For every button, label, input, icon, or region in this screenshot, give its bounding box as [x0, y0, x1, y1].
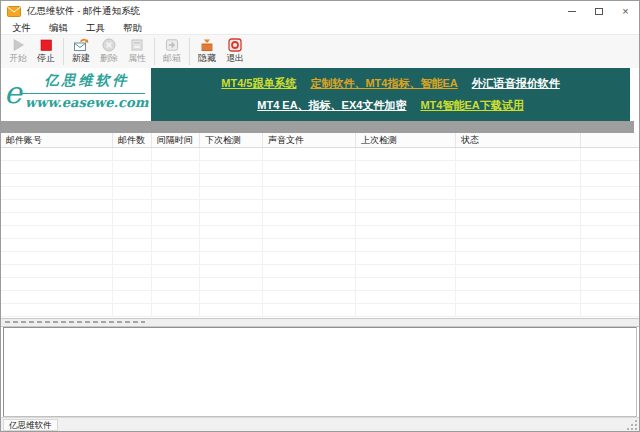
new-button[interactable]: 新建	[67, 37, 95, 68]
table-cell	[581, 226, 639, 239]
table-cell	[200, 278, 263, 291]
close-button[interactable]: ×	[612, 1, 639, 21]
table-cell	[152, 161, 200, 174]
table-cell	[581, 213, 639, 226]
table-cell	[581, 278, 639, 291]
banner-link-custom-software[interactable]: 定制软件、MT4指标、智能EA	[310, 76, 457, 91]
hide-icon	[199, 37, 215, 53]
mailbox-button[interactable]: 邮箱	[158, 37, 186, 68]
table-row[interactable]	[1, 148, 639, 161]
menu-file[interactable]: 文件	[3, 21, 40, 34]
logo-script-e-icon: e	[4, 78, 22, 108]
table-cell	[356, 278, 456, 291]
table-cell	[113, 161, 152, 174]
properties-button[interactable]: 属性	[123, 37, 151, 68]
hide-button[interactable]: 隐藏	[193, 37, 221, 68]
table-cell	[1, 304, 113, 317]
column-header-上次检测[interactable]: 上次检测	[356, 133, 456, 147]
table-cell	[152, 291, 200, 304]
table-cell	[263, 265, 356, 278]
table-cell	[263, 200, 356, 213]
table-cell	[456, 148, 581, 161]
table-cell	[456, 278, 581, 291]
table-cell	[1, 265, 113, 278]
table-cell	[356, 239, 456, 252]
table-cell	[152, 200, 200, 213]
log-panel[interactable]	[3, 327, 637, 417]
table-row[interactable]	[1, 226, 639, 239]
minimize-icon	[568, 11, 576, 12]
column-header-状态[interactable]: 状态	[456, 133, 581, 147]
table-cell	[113, 239, 152, 252]
column-header-blank[interactable]	[581, 133, 639, 147]
start-button[interactable]: 开始	[4, 37, 32, 68]
minimize-button[interactable]	[558, 1, 585, 21]
banner: e 亿思维软件 www.easewe.com MT4/5跟单系统 定制软件、MT…	[1, 68, 639, 121]
table-row[interactable]	[1, 265, 639, 278]
stop-button[interactable]: 停止	[32, 37, 60, 68]
table-cell	[263, 239, 356, 252]
table-cell	[356, 252, 456, 265]
banner-link-forex-voice-quote[interactable]: 外汇语音报价软件	[472, 76, 560, 91]
table-cell	[1, 187, 113, 200]
table-cell	[356, 174, 456, 187]
table-cell	[1, 226, 113, 239]
table-cell	[113, 187, 152, 200]
delete-button[interactable]: 删除	[95, 37, 123, 68]
table-row[interactable]	[1, 291, 639, 304]
brand-logo: e 亿思维软件 www.easewe.com	[1, 68, 151, 121]
table-cell	[200, 187, 263, 200]
column-header-邮件数[interactable]: 邮件数	[113, 133, 152, 147]
table-cell	[113, 304, 152, 317]
table-row[interactable]	[1, 200, 639, 213]
menu-tools[interactable]: 工具	[77, 21, 114, 34]
table-row[interactable]	[1, 239, 639, 252]
table-cell	[1, 252, 113, 265]
exit-icon	[227, 37, 243, 53]
menu-edit[interactable]: 编辑	[40, 21, 77, 34]
table-row[interactable]	[1, 174, 639, 187]
table-cell	[356, 291, 456, 304]
banner-link-mt45-copy-system[interactable]: MT4/5跟单系统	[221, 76, 296, 91]
table-cell	[581, 161, 639, 174]
table-cell	[113, 200, 152, 213]
banner-link-ea-trial-download[interactable]: MT4智能EA下载试用	[420, 98, 523, 113]
table-row[interactable]	[1, 161, 639, 174]
table-cell	[263, 161, 356, 174]
table-cell	[152, 226, 200, 239]
table-cell	[263, 278, 356, 291]
resize-grip-icon[interactable]	[627, 420, 637, 430]
toolbar-separator	[63, 38, 64, 65]
column-header-声音文件[interactable]: 声音文件	[263, 133, 356, 147]
table-cell	[456, 174, 581, 187]
table-cell	[200, 252, 263, 265]
table-cell	[152, 278, 200, 291]
brand-website[interactable]: www.easewe.com	[25, 95, 145, 110]
column-header-下次检测[interactable]: 下次检测	[200, 133, 263, 147]
account-table-body[interactable]	[1, 148, 639, 318]
table-cell	[200, 265, 263, 278]
menu-help[interactable]: 帮助	[114, 21, 151, 34]
table-header: 邮件账号邮件数间隔时间下次检测声音文件上次检测状态	[1, 133, 639, 148]
column-header-间隔时间[interactable]: 间隔时间	[152, 133, 200, 147]
table-cell	[200, 161, 263, 174]
table-row[interactable]	[1, 252, 639, 265]
table-cell	[356, 265, 456, 278]
table-row[interactable]	[1, 187, 639, 200]
exit-button[interactable]: 退出	[221, 37, 249, 68]
window-title: 亿思维软件 - 邮件通知系统	[27, 5, 140, 18]
table-cell	[1, 174, 113, 187]
maximize-button[interactable]	[585, 1, 612, 21]
table-row[interactable]	[1, 278, 639, 291]
column-header-邮件账号[interactable]: 邮件账号	[1, 133, 113, 147]
table-row[interactable]	[1, 304, 639, 317]
title-bar[interactable]: 亿思维软件 - 邮件通知系统 ×	[1, 1, 639, 21]
table-cell	[200, 213, 263, 226]
banner-link-ex4-encrypt[interactable]: MT4 EA、指标、EX4文件加密	[257, 98, 406, 113]
table-cell	[152, 252, 200, 265]
table-cell	[200, 148, 263, 161]
table-row[interactable]	[1, 213, 639, 226]
horizontal-splitter[interactable]	[1, 318, 639, 327]
table-cell	[581, 200, 639, 213]
table-cell	[113, 278, 152, 291]
